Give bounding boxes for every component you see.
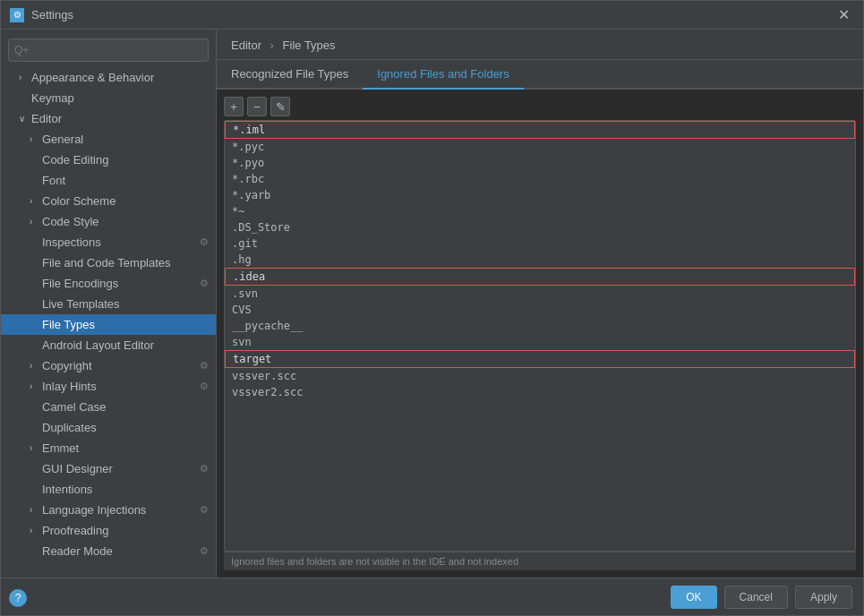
sidebar-item-live-templates[interactable]: Live Templates — [1, 294, 216, 314]
settings-icon: ⚙ — [200, 504, 209, 516]
sidebar-item-code-editing[interactable]: Code Editing — [1, 150, 216, 170]
chevron-icon: › — [30, 217, 38, 227]
add-button[interactable]: + — [224, 97, 244, 116]
sidebar-item-label: Camel Case — [42, 400, 107, 414]
sidebar-item-label: Android Layout Editor — [42, 338, 154, 352]
list-item[interactable]: svn — [225, 334, 855, 350]
list-item[interactable]: __pycache__ — [225, 318, 855, 334]
help-button[interactable]: ? — [9, 589, 27, 607]
sidebar-item-reader-mode[interactable]: Reader Mode⚙ — [1, 541, 216, 561]
sidebar-item-label: File Types — [42, 318, 95, 331]
toolbar: + − ✎ — [224, 97, 856, 116]
remove-button[interactable]: − — [247, 97, 267, 116]
sidebar-item-gui-designer[interactable]: GUI Designer⚙ — [1, 458, 216, 479]
sidebar-item-label: Duplicates — [42, 421, 97, 434]
sidebar-item-label: Intentions — [42, 483, 92, 496]
settings-window: ⚙ Settings ✕ ›Appearance & BehaviorKeyma… — [0, 0, 864, 616]
sidebar-item-font[interactable]: Font — [1, 170, 216, 191]
sidebar-item-label: Code Editing — [42, 153, 108, 167]
settings-icon: ⚙ — [200, 236, 209, 248]
list-item[interactable]: .svn — [225, 286, 855, 302]
list-item[interactable]: *.rbc — [225, 171, 855, 187]
sidebar-item-camel-case[interactable]: Camel Case — [1, 397, 216, 417]
chevron-icon: › — [30, 526, 38, 535]
breadcrumb-current: File Types — [283, 38, 336, 52]
cancel-button[interactable]: Cancel — [724, 586, 788, 609]
sidebar-item-label: Code Style — [42, 215, 99, 228]
ignored-files-list: *.iml*.pyc*.pyo*.rbc*.yarb*~.DS_Store.gi… — [224, 120, 856, 552]
sidebar-item-emmet[interactable]: ›Emmet — [1, 438, 216, 458]
settings-icon: ⚙ — [200, 381, 209, 392]
list-item[interactable]: target — [225, 350, 855, 368]
close-button[interactable]: ✕ — [834, 6, 854, 23]
search-box[interactable] — [8, 38, 209, 62]
list-item[interactable]: *.pyc — [225, 139, 855, 155]
list-item[interactable]: *.pyo — [225, 155, 855, 171]
sidebar-item-color-scheme[interactable]: ›Color Scheme — [1, 191, 216, 211]
sidebar-item-code-style[interactable]: ›Code Style — [1, 211, 216, 232]
sidebar-item-duplicates[interactable]: Duplicates — [1, 417, 216, 438]
window-body: ›Appearance & BehaviorKeymap∨Editor›Gene… — [1, 30, 863, 578]
list-item[interactable]: vssver.scc — [225, 368, 855, 384]
sidebar-item-file-encodings[interactable]: File Encodings⚙ — [1, 273, 216, 294]
list-item[interactable]: .git — [225, 235, 855, 252]
sidebar-item-label: Language Injections — [42, 503, 146, 517]
breadcrumb-parent: Editor — [231, 38, 261, 52]
sidebar-item-label: Copyright — [42, 359, 92, 372]
sidebar-item-language-injections[interactable]: ›Language Injections⚙ — [1, 500, 216, 520]
sidebar-item-copyright[interactable]: ›Copyright⚙ — [1, 355, 216, 376]
sidebar-item-inlay-hints[interactable]: ›Inlay Hints⚙ — [1, 376, 216, 397]
tab-ignored[interactable]: Ignored Files and Folders — [363, 60, 523, 90]
tabs-bar: Recognized File Types Ignored Files and … — [217, 60, 863, 90]
apply-button[interactable]: Apply — [795, 586, 852, 609]
sidebar-item-file-types[interactable]: File Types — [1, 314, 216, 335]
list-item[interactable]: *.iml — [225, 121, 855, 139]
list-item[interactable]: *~ — [225, 203, 855, 219]
chevron-icon: › — [30, 381, 38, 391]
sidebar-item-appearance[interactable]: ›Appearance & Behavior — [1, 67, 216, 88]
chevron-icon: › — [30, 443, 38, 453]
settings-icon: ⚙ — [200, 463, 209, 475]
sidebar-item-label: GUI Designer — [42, 462, 113, 475]
sidebar-item-editor[interactable]: ∨Editor — [1, 108, 216, 129]
sidebar-item-keymap[interactable]: Keymap — [1, 88, 216, 108]
search-input[interactable] — [14, 44, 202, 56]
sidebar-item-inspections[interactable]: Inspections⚙ — [1, 232, 216, 252]
sidebar: ›Appearance & BehaviorKeymap∨Editor›Gene… — [1, 30, 217, 578]
chevron-icon: › — [30, 196, 38, 206]
list-item[interactable]: vssver2.scc — [225, 384, 855, 400]
sidebar-item-label: Color Scheme — [42, 194, 115, 208]
sidebar-item-file-code-templates[interactable]: File and Code Templates — [1, 252, 216, 273]
list-item[interactable]: .DS_Store — [225, 219, 855, 235]
sidebar-item-label: Font — [42, 174, 65, 187]
settings-icon: ⚙ — [200, 545, 209, 557]
sidebar-item-label: Keymap — [31, 91, 74, 105]
edit-button[interactable]: ✎ — [270, 97, 290, 116]
sidebar-items: ›Appearance & BehaviorKeymap∨Editor›Gene… — [1, 67, 216, 561]
breadcrumb-separator: › — [270, 38, 274, 52]
sidebar-item-android-layout-editor[interactable]: Android Layout Editor — [1, 335, 216, 355]
list-item[interactable]: *.yarb — [225, 187, 855, 203]
sidebar-item-label: Inlay Hints — [42, 380, 97, 393]
ok-button[interactable]: OK — [671, 586, 716, 609]
chevron-icon: ∨ — [19, 114, 28, 124]
titlebar: ⚙ Settings ✕ — [1, 1, 863, 30]
app-icon: ⚙ — [10, 8, 24, 22]
settings-icon: ⚙ — [200, 278, 209, 289]
list-item[interactable]: .hg — [225, 252, 855, 268]
breadcrumb: Editor › File Types — [217, 30, 863, 60]
list-item[interactable]: CVS — [225, 302, 855, 318]
sidebar-item-label: Live Templates — [42, 297, 119, 311]
sidebar-item-intentions[interactable]: Intentions — [1, 479, 216, 500]
sidebar-item-label: Editor — [31, 112, 62, 125]
sidebar-item-label: File and Code Templates — [42, 256, 171, 270]
sidebar-item-label: Inspections — [42, 235, 101, 249]
panel: + − ✎ *.iml*.pyc*.pyo*.rbc*.yarb*~.DS_St… — [217, 90, 863, 578]
tab-recognized[interactable]: Recognized File Types — [217, 60, 363, 90]
sidebar-item-proofreading[interactable]: ›Proofreading — [1, 520, 216, 541]
list-item[interactable]: .idea — [225, 268, 855, 286]
chevron-icon: › — [30, 505, 38, 515]
sidebar-item-general[interactable]: ›General — [1, 129, 216, 150]
sidebar-item-label: General — [42, 133, 83, 146]
list-items: *.iml*.pyc*.pyo*.rbc*.yarb*~.DS_Store.gi… — [225, 121, 855, 400]
